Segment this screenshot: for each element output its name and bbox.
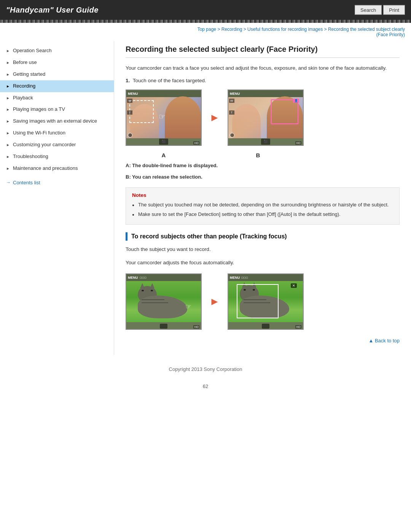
- face-scene-a: ☞: [126, 97, 201, 138]
- contents-arrow-icon: →: [6, 180, 11, 185]
- dashed-select-box: [129, 100, 154, 123]
- search-button[interactable]: Search: [355, 5, 382, 15]
- cat-cam-icon-a: [160, 324, 167, 329]
- sidebar-label: Getting started: [13, 71, 109, 78]
- header: "Handycam" User Guide Search Print: [0, 0, 411, 20]
- notes-title: Notes: [132, 192, 393, 198]
- image-labels-row: A B: [126, 152, 400, 158]
- page-title: Recording the selected subject clearly (…: [126, 45, 400, 58]
- main-content: Recording the selected subject clearly (…: [114, 41, 411, 355]
- app-title: "Handycam" User Guide: [6, 6, 99, 14]
- breadcrumb-sep2: >: [244, 27, 247, 32]
- sidebar-label: Troubleshooting: [13, 153, 109, 160]
- breadcrumb: Top page > Recording > Useful functions …: [0, 23, 411, 41]
- section-bar-icon: [126, 232, 127, 241]
- sidebar-item-before-use[interactable]: ► Before use: [0, 57, 114, 69]
- cat-bottom-bar-a: HiD: [126, 322, 201, 329]
- caption-b-text: : You can release the selection.: [129, 174, 202, 180]
- zoom-t-b: T: [229, 110, 234, 115]
- caption-a-bold: A: [126, 163, 129, 168]
- hd-label-a: HiD: [193, 141, 199, 145]
- step-1: 1. Touch one of the faces targeted.: [126, 78, 400, 83]
- cat-ear-r: [150, 283, 155, 288]
- zoom-t: T: [127, 110, 132, 115]
- sidebar-item-wifi[interactable]: ► Using the Wi-Fi function: [0, 127, 114, 139]
- sidebar-item-getting-started[interactable]: ► Getting started: [0, 69, 114, 80]
- sidebar-label: Operation Search: [13, 48, 109, 54]
- demo-arrow-icon: ►: [209, 112, 220, 124]
- cat-eye-r: [151, 290, 153, 291]
- intro-text: Your camcorder can track a face you sele…: [126, 64, 400, 72]
- label-b: B: [220, 152, 296, 158]
- sidebar-item-recording[interactable]: ► Recording: [0, 80, 114, 92]
- arrow-icon: ►: [6, 119, 10, 124]
- contents-list-link[interactable]: → Contents list: [0, 176, 114, 189]
- sidebar-label: Saving images with an external device: [13, 118, 109, 125]
- cam-dot-b: [230, 133, 234, 137]
- cat-menu-text-a: MENU: [128, 276, 138, 280]
- cam-dot: [128, 133, 132, 137]
- sidebar-item-playing-images-tv[interactable]: ► Playing images on a TV: [0, 104, 114, 115]
- footer: Copyright 2013 Sony Corporation: [0, 359, 411, 380]
- label-a: A: [126, 152, 202, 158]
- footer-text: Copyright 2013 Sony Corporation: [169, 366, 242, 372]
- sidebar-item-maintenance[interactable]: ► Maintenance and precautions: [0, 163, 114, 174]
- cat-menu-extra-a: ◻◻◻: [140, 276, 147, 279]
- cat-menu-text-b: MENU: [230, 276, 240, 280]
- demo-images-cat: MENU ◻◻◻: [126, 273, 400, 330]
- note-item-2: Make sure to set the [Face Detection] se…: [132, 211, 393, 219]
- person-b-1: [232, 104, 261, 138]
- sidebar-item-operation-search[interactable]: ► Operation Search: [0, 45, 114, 57]
- menu-bar-b: MENU: [228, 90, 303, 97]
- cat-close-badge: ✕: [291, 283, 297, 288]
- breadcrumb-top[interactable]: Top page: [198, 27, 216, 32]
- cat-menu-extra-b: ◻◻◻: [241, 276, 248, 279]
- header-stripe: [0, 20, 411, 23]
- hd-label-b: HiD: [295, 141, 301, 145]
- arrow-icon: ►: [6, 60, 10, 65]
- caption-a: A: The double-lined frame is displayed.: [126, 161, 400, 170]
- stripe-2: [142, 302, 168, 303]
- sidebar-item-saving-images[interactable]: ► Saving images with an external device: [0, 115, 114, 127]
- cat-ear-l: [140, 283, 145, 288]
- step-text: Touch one of the faces targeted.: [133, 78, 206, 83]
- cat-screen-a: MENU ◻◻◻: [126, 273, 202, 330]
- cat-demo-arrow-icon: ►: [209, 296, 220, 308]
- sidebar-label: Recording: [13, 83, 109, 89]
- step-num: 1.: [126, 78, 130, 83]
- breadcrumb-sep1: >: [217, 27, 221, 32]
- cat-tracking-box: [237, 284, 279, 318]
- sidebar-item-playback[interactable]: ► Playback: [0, 92, 114, 104]
- cat-body-a: [138, 296, 187, 318]
- sidebar-label: Before use: [13, 59, 109, 66]
- caption-a-text: : The double-lined frame is displayed.: [129, 163, 218, 168]
- arrow-icon: ►: [6, 166, 10, 171]
- sidebar-item-troubleshooting[interactable]: ► Troubleshooting: [0, 151, 114, 163]
- sidebar-item-customizing[interactable]: ► Customizing your camcorder: [0, 139, 114, 151]
- section2-heading: To record subjects other than people (Tr…: [126, 232, 400, 241]
- zoom-control-b: W T: [229, 99, 234, 115]
- back-to-top-link[interactable]: ▲ Back to top: [368, 338, 400, 343]
- cam-symbol: ⬛: [162, 140, 166, 143]
- cat-bottom-bar-b: HiD: [228, 322, 303, 329]
- face-icon-badge: 👤: [293, 99, 299, 103]
- note-item-1: The subject you touched may not be detec…: [132, 201, 393, 209]
- breadcrumb-useful[interactable]: Useful functions for recording images: [247, 27, 323, 32]
- pink-select-box: [271, 99, 298, 124]
- cat-screen-b: MENU ◻◻◻: [228, 273, 304, 330]
- breadcrumb-recording[interactable]: Recording: [221, 27, 242, 32]
- arrow-icon: ►: [6, 48, 10, 53]
- zoom-control: W T: [127, 99, 132, 115]
- section2-text1: Touch the subject you want to record.: [126, 245, 400, 254]
- person-2: [165, 96, 201, 138]
- demo-images-face: MENU ☞ W T: [126, 89, 400, 146]
- sidebar: ► Operation Search ► Before use ► Gettin…: [0, 41, 114, 355]
- cam-icon-a: ⬛: [159, 139, 168, 145]
- breadcrumb-current: Recording the selected subject clearly(F…: [328, 27, 405, 37]
- cat-hand-icon-a: ☞: [185, 302, 191, 311]
- cat-scene-b: ✕: [228, 281, 303, 322]
- menu-text-b: MENU: [230, 92, 240, 96]
- menu-text-a: MENU: [128, 92, 138, 96]
- print-button[interactable]: Print: [383, 5, 405, 15]
- camera-screen-b: MENU 👤 W T ⬛: [228, 89, 304, 146]
